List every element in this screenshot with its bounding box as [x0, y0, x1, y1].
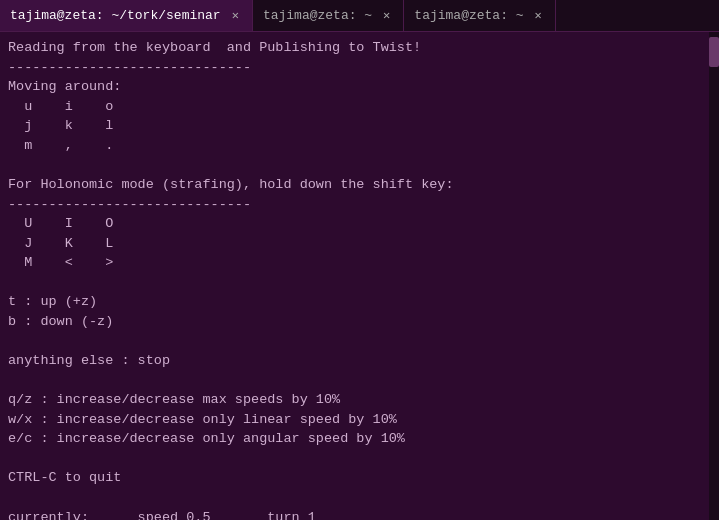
scrollbar[interactable] — [709, 32, 719, 520]
scrollbar-thumb[interactable] — [709, 37, 719, 67]
terminal-output[interactable]: Reading from the keyboard and Publishing… — [0, 32, 719, 520]
tab-2-label: tajima@zeta: ~ — [263, 8, 372, 23]
tab-2[interactable]: tajima@zeta: ~ ✕ — [253, 0, 404, 31]
tab-3[interactable]: tajima@zeta: ~ ✕ — [404, 0, 555, 31]
tab-3-label: tajima@zeta: ~ — [414, 8, 523, 23]
terminal-wrapper: Reading from the keyboard and Publishing… — [0, 32, 719, 520]
tab-1[interactable]: tajima@zeta: ~/tork/seminar ✕ — [0, 0, 253, 31]
tab-2-close[interactable]: ✕ — [380, 7, 393, 24]
tab-1-label: tajima@zeta: ~/tork/seminar — [10, 8, 221, 23]
tab-1-close[interactable]: ✕ — [229, 7, 242, 24]
tab-bar: tajima@zeta: ~/tork/seminar ✕ tajima@zet… — [0, 0, 719, 32]
tab-3-close[interactable]: ✕ — [532, 7, 545, 24]
